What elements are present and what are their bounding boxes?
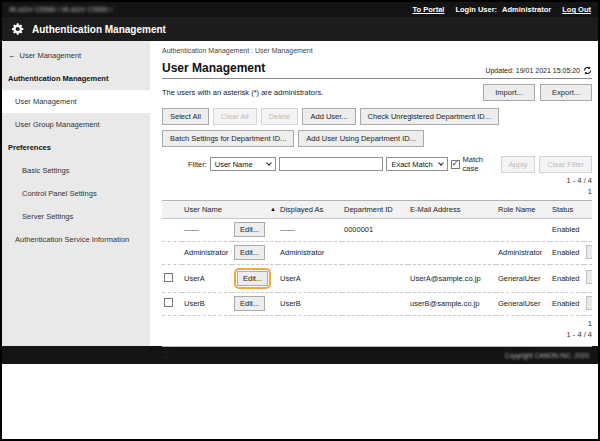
sidebar-item-user-management[interactable]: User Management [2, 90, 150, 113]
cell-status: Enabled [550, 241, 584, 264]
admin-asterisk: * [231, 248, 232, 257]
cell-role-name: Administrator [496, 241, 550, 264]
cell-role-name: GeneralUser [496, 264, 550, 292]
select-all-button[interactable]: Select All [162, 108, 209, 125]
updated-timestamp: Updated: 19/01 2021 15:05:20 [485, 67, 580, 74]
back-arrow-icon: ← [8, 51, 16, 60]
cell-department-id [342, 292, 408, 315]
cell-user-name: ------ [182, 218, 232, 241]
edit-button[interactable]: Edit... [234, 222, 265, 237]
chevron-down-icon [438, 160, 444, 166]
login-user-label: Login User: [455, 5, 497, 14]
cell-user-name: UserA [182, 264, 232, 292]
chevron-down-icon [267, 160, 273, 166]
log-out-link[interactable]: Log Out [562, 5, 591, 14]
breadcrumb: Authentication Management : User Managem… [162, 47, 592, 54]
import-button[interactable]: Import... [483, 84, 535, 101]
pagination-top: 1 - 4 / 4 1 [162, 176, 592, 198]
filter-row: Filter: User Name Exact Match ✓ Match ca… [188, 155, 592, 173]
table-row: UserAEdit...UserAUserA@sample.co.jpGener… [162, 264, 592, 292]
clear-filter-button[interactable]: Clear Filter [539, 156, 592, 173]
cell-user-name: UserB [182, 292, 232, 315]
edit-button[interactable]: Edit... [237, 271, 268, 286]
cell-status: Enabled [550, 218, 584, 241]
sidebar: ← User Management Authentication Managem… [2, 41, 150, 346]
sidebar-item-basic-settings[interactable]: Basic Settings [2, 159, 150, 182]
gear-icon [11, 22, 25, 36]
top-bar: iR-ADV C5560 / iR-ADV C5560 / To Portal … [2, 2, 598, 17]
add-user-using-department-id--button[interactable]: Add User Using Department ID... [298, 130, 424, 147]
login-user-value: Administrator [502, 5, 551, 14]
table-row: Administrator*Edit...AdministratorAdmini… [162, 241, 592, 264]
edit-button[interactable]: Edit... [234, 296, 265, 311]
sort-ascending-icon: ▲ [270, 206, 276, 212]
cell-role-name [496, 218, 550, 241]
sidebar-item-control-panel-settings[interactable]: Control Panel Settings [2, 182, 150, 205]
clear-all-button[interactable]: Clear All [213, 108, 257, 125]
highlight-callout-ring: Edit... [234, 268, 271, 289]
copyright-text: Copyright CANON INC. 2020 [505, 352, 589, 359]
to-portal-link[interactable]: To Portal [412, 5, 444, 14]
filter-text-input[interactable] [279, 157, 383, 171]
filter-field-value: User Name [215, 160, 253, 169]
batch-settings-for-department-id--button[interactable]: Batch Settings for Department ID... [162, 130, 294, 147]
header-checkbox-col [162, 200, 182, 218]
match-case-checkbox[interactable]: ✓ [451, 160, 460, 169]
header-status: Status [550, 200, 584, 218]
cell-displayed-as: Administrator [278, 241, 342, 264]
pagination-range: 1 - 4 / 4 [162, 330, 592, 341]
sidebar-item-preferences: Preferences [2, 136, 150, 159]
sidebar-item-authentication-service-information[interactable]: Authentication Service Information [2, 228, 150, 251]
cell-department-id [342, 241, 408, 264]
filter-label: Filter: [188, 160, 207, 169]
pagination-page-number[interactable]: 1 [162, 319, 592, 330]
export-button[interactable]: Export... [540, 84, 592, 101]
edit-button[interactable]: Edit... [234, 245, 265, 260]
apply-button[interactable]: Apply [501, 156, 536, 173]
cell-status: Enabled [550, 264, 584, 292]
app-title: Authentication Management [32, 24, 166, 35]
cell-email [408, 218, 496, 241]
pagination-bottom: 1 1 - 4 / 4 [162, 319, 592, 341]
cell-status: Enabled [550, 292, 584, 315]
cell-displayed-as: UserA [278, 264, 342, 292]
add-user--button[interactable]: Add User... [302, 108, 355, 125]
delete-button[interactable]: Delete [261, 108, 299, 125]
admin-asterisk-note: The users with an asterisk (*) are admin… [162, 88, 323, 97]
table-row: UserBEdit...UserBuserB@sample.co.jpGener… [162, 292, 592, 315]
sidebar-item-user-group-management[interactable]: User Group Management [2, 113, 150, 136]
sidebar-back-label: User Management [20, 51, 82, 60]
filter-match-value: Exact Match [391, 160, 432, 169]
main-content: Authentication Management : User Managem… [150, 41, 600, 346]
cell-email: userB@sample.co.jp [408, 292, 496, 315]
header-user-name[interactable]: User Name ▲ [182, 200, 278, 218]
header-department-id: Department ID [342, 200, 408, 218]
actions-row-2: Batch Settings for Department ID...Add U… [162, 130, 592, 152]
pagination-range: 1 - 4 / 4 [162, 176, 592, 187]
filter-match-select[interactable]: Exact Match [386, 157, 447, 171]
back-to-top-icon[interactable] [162, 351, 170, 359]
cell-department-id: 0000001 [342, 218, 408, 241]
cell-email [408, 241, 496, 264]
cell-displayed-as: UserB [278, 292, 342, 315]
device-name-text: iR-ADV C5560 / iR-ADV C5560 / [9, 6, 112, 13]
refresh-icon[interactable] [583, 66, 592, 75]
check-unregistered-department-id--button[interactable]: Check Unregistered Department ID... [360, 108, 499, 125]
page-frame: iR-ADV C5560 / iR-ADV C5560 / To Portal … [0, 0, 600, 441]
row-checkbox[interactable] [164, 298, 173, 307]
cell-user-name: Administrator* [182, 241, 232, 264]
user-table: User Name ▲ Displayed As Department ID E… [162, 200, 592, 316]
sidebar-item-authentication-management: Authentication Management [2, 67, 150, 90]
header-displayed-as: Displayed As [278, 200, 342, 218]
row-checkbox[interactable] [164, 273, 173, 282]
actions-row-1: Select AllClear AllDeleteAdd User...Chec… [162, 108, 592, 130]
cell-department-id [342, 264, 408, 292]
table-row: ------Edit...------0000001Enabled [162, 218, 592, 241]
pagination-page-number[interactable]: 1 [162, 187, 592, 198]
cut-off-button-stub [586, 270, 592, 284]
filter-field-select[interactable]: User Name [210, 157, 277, 171]
sidebar-back-user-management[interactable]: ← User Management [2, 44, 150, 67]
cell-displayed-as: ------ [278, 218, 342, 241]
sidebar-item-server-settings[interactable]: Server Settings [2, 205, 150, 228]
match-case-label: Match case [463, 155, 498, 173]
